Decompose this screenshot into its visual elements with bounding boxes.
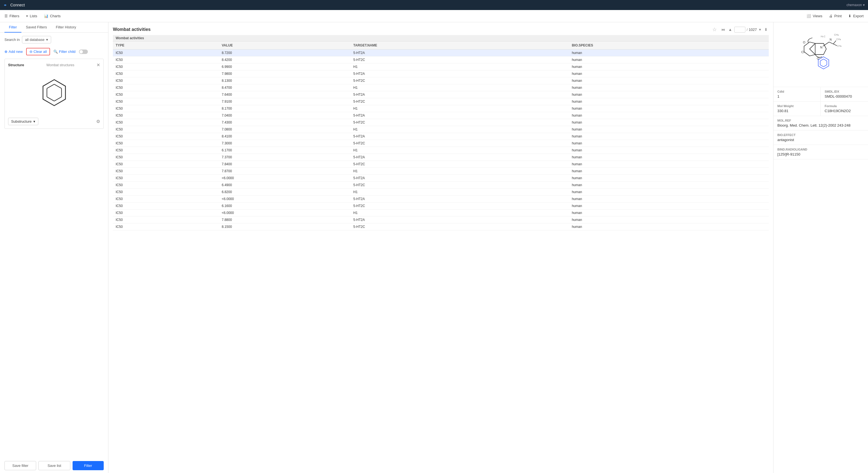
- cell-species: human: [569, 154, 769, 161]
- svg-text:H₅C: H₅C: [821, 35, 826, 38]
- benzene-structure: [35, 73, 74, 112]
- table-row[interactable]: IC50 6.4900 5-HT2C human: [113, 182, 769, 189]
- table-row[interactable]: IC50 7.6400 5-HT2A human: [113, 91, 769, 98]
- bio-effect-cell: BIO.EFFECT antagonist: [773, 130, 868, 145]
- table-row[interactable]: IC50 7.4300 5-HT2C human: [113, 119, 769, 126]
- table-row[interactable]: IC50 <6.0000 H1 human: [113, 209, 769, 216]
- cell-species: human: [569, 126, 769, 133]
- nav-charts[interactable]: 📊 Charts: [44, 14, 61, 18]
- table-row[interactable]: IC50 7.9100 5-HT2C human: [113, 98, 769, 105]
- col-value[interactable]: VALUE: [219, 41, 350, 50]
- clear-all-button[interactable]: ⊖ Clear all: [26, 48, 50, 55]
- current-page-input[interactable]: 1: [734, 27, 745, 33]
- cell-type: IC50: [113, 50, 219, 57]
- data-table-container: Wombat activities TYPE VALUE TARGET.NAME…: [108, 33, 773, 473]
- top-nav-left: ⚭ Connect: [3, 2, 25, 8]
- activities-table: Wombat activities TYPE VALUE TARGET.NAME…: [113, 35, 769, 230]
- prev-page-icon[interactable]: ▲: [727, 26, 734, 33]
- svg-line-1: [54, 84, 61, 88]
- lists-icon: ≡: [26, 14, 28, 18]
- cell-species: human: [569, 70, 769, 77]
- last-page-icon[interactable]: ⬇: [763, 26, 769, 33]
- table-row[interactable]: IC50 7.9800 5-HT2A human: [113, 70, 769, 77]
- tab-filter-history[interactable]: Filter History: [52, 22, 81, 33]
- svg-line-8: [824, 59, 827, 61]
- cdid-cell: CdId 1: [773, 87, 821, 101]
- formula-value: C18H19ClN2O2: [825, 109, 864, 113]
- col-type[interactable]: TYPE: [113, 41, 219, 50]
- table-row[interactable]: IC50 6.9900 H1 human: [113, 63, 769, 70]
- smdl-label: SMDL.IDX: [825, 90, 864, 93]
- cell-species: human: [569, 91, 769, 98]
- print-icon: 🖨: [829, 14, 833, 18]
- table-row[interactable]: IC50 <6.0000 5-HT2A human: [113, 196, 769, 203]
- table-row[interactable]: IC50 6.1600 5-HT2C human: [113, 203, 769, 209]
- cell-species: human: [569, 50, 769, 57]
- nav-lists[interactable]: ≡ Lists: [26, 14, 37, 18]
- filter-child-icon: 🔍: [53, 50, 58, 54]
- cell-target: 5-HT2C: [350, 203, 569, 209]
- right-panel: N O O Cl N CH₃ CH₃ H: [773, 22, 868, 473]
- first-page-icon[interactable]: ⏮: [720, 26, 726, 33]
- cell-species: human: [569, 140, 769, 147]
- top-navigation: ⚭ Connect chemaxon ▾: [0, 0, 868, 10]
- cell-type: IC50: [113, 189, 219, 196]
- search-in-value: all database: [25, 37, 44, 42]
- cell-value: 7.6400: [219, 91, 350, 98]
- structure-close-button[interactable]: ✕: [96, 62, 100, 68]
- table-row[interactable]: IC50 8.1700 H1 human: [113, 105, 769, 112]
- tab-filter[interactable]: Filter: [4, 22, 22, 33]
- top-nav-user[interactable]: chemaxon ▾: [846, 3, 865, 7]
- cell-type: IC50: [113, 126, 219, 133]
- search-type-select[interactable]: Substructure ▾: [8, 118, 38, 125]
- cell-type: IC50: [113, 63, 219, 70]
- filter-child-button[interactable]: 🔍 Filter child: [53, 50, 75, 54]
- molecule-editor[interactable]: [8, 70, 100, 115]
- cell-species: human: [569, 77, 769, 84]
- table-row[interactable]: IC50 8.1500 5-HT2C human: [113, 224, 769, 230]
- table-row[interactable]: IC50 <6.0000 5-HT2A human: [113, 175, 769, 182]
- favorite-star-icon[interactable]: ☆: [712, 26, 717, 33]
- user-chevron-icon: ▾: [863, 3, 865, 7]
- table-row[interactable]: IC50 7.3700 5-HT2A human: [113, 154, 769, 161]
- table-row[interactable]: IC50 7.8400 5-HT2C human: [113, 161, 769, 168]
- col-target[interactable]: TARGET.NAME: [350, 41, 569, 50]
- svg-line-19: [829, 42, 833, 44]
- filter-child-toggle[interactable]: [79, 50, 88, 54]
- tab-saved-filters[interactable]: Saved Filters: [22, 22, 52, 33]
- next-page-icon[interactable]: ▾: [758, 26, 762, 33]
- table-row[interactable]: IC50 8.4200 5-HT2C human: [113, 57, 769, 63]
- nav-print[interactable]: 🖨 Print: [829, 14, 842, 18]
- structure-source: Wombat structures: [46, 63, 74, 67]
- pagination-controls: ⏮ ▲ 1 / 1027 ▾ ⬇: [720, 26, 769, 33]
- table-row[interactable]: IC50 7.0400 5-HT2A human: [113, 112, 769, 119]
- cell-target: 5-HT2A: [350, 91, 569, 98]
- filter-button[interactable]: Filter: [72, 461, 104, 470]
- nav-export[interactable]: ⬇ Export: [848, 14, 864, 18]
- nav-filters[interactable]: ☰ Filters: [4, 14, 19, 18]
- table-row[interactable]: IC50 7.3000 5-HT2C human: [113, 140, 769, 147]
- settings-gear-icon[interactable]: ⚙: [96, 119, 100, 124]
- cell-target: 5-HT2C: [350, 77, 569, 84]
- table-row[interactable]: IC50 8.7200 5-HT2A human: [113, 50, 769, 57]
- table-row[interactable]: IC50 7.8700 H1 human: [113, 168, 769, 175]
- svg-text:Cl: Cl: [801, 50, 804, 54]
- table-row[interactable]: IC50 8.4700 H1 human: [113, 84, 769, 91]
- save-filter-button[interactable]: Save filter: [4, 461, 36, 470]
- col-species[interactable]: BIO.SPECIES: [569, 41, 769, 50]
- table-row[interactable]: IC50 8.4100 5-HT2A human: [113, 133, 769, 140]
- save-list-button[interactable]: Save list: [38, 461, 70, 470]
- nav-views[interactable]: ⬜ Views: [807, 14, 822, 18]
- search-in-select[interactable]: all database ▾: [22, 36, 51, 43]
- table-row[interactable]: IC50 7.8800 5-HT2A human: [113, 216, 769, 224]
- cell-value: 7.8800: [219, 216, 350, 224]
- table-row[interactable]: IC50 8.1300 5-HT2C human: [113, 77, 769, 84]
- cell-species: human: [569, 182, 769, 189]
- table-row[interactable]: IC50 6.8200 H1 human: [113, 189, 769, 196]
- add-new-button[interactable]: ⊕ Add new: [4, 50, 23, 54]
- table-row[interactable]: IC50 7.0800 H1 human: [113, 126, 769, 133]
- filter-child-label: Filter child: [59, 50, 75, 54]
- svg-marker-0: [43, 80, 65, 106]
- detail-molecule-svg: N O O Cl N CH₃ CH₃ H: [793, 27, 848, 82]
- table-row[interactable]: IC50 6.1700 H1 human: [113, 147, 769, 154]
